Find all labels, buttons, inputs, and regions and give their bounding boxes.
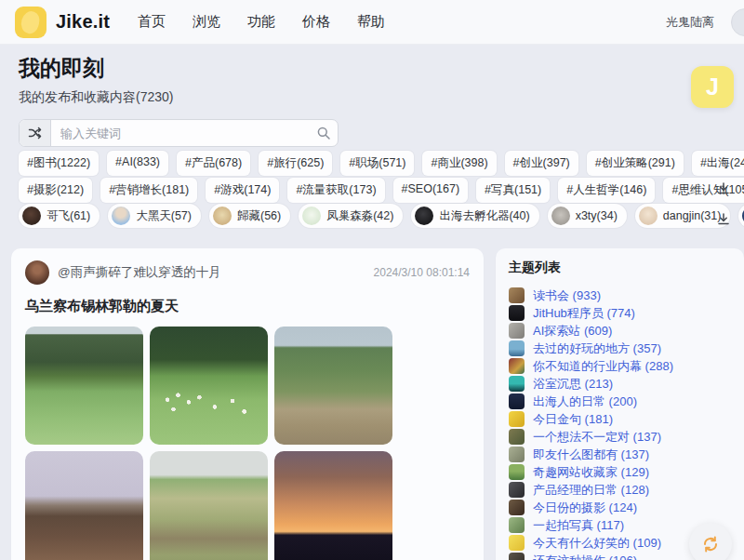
tag-chip-ai[interactable]: #AI(833) bbox=[107, 151, 168, 176]
topic-item-an-idea[interactable]: 一个想法不一定对 (137) bbox=[509, 428, 731, 446]
topic-label: 今日金句 (181) bbox=[533, 411, 613, 428]
tag-row-2: #摄影(212) #营销增长(181) #游戏(174) #流量获取(173) … bbox=[19, 178, 744, 203]
topic-avatar-icon bbox=[509, 517, 525, 533]
search-bar bbox=[19, 119, 339, 147]
post-photo-1[interactable] bbox=[25, 327, 143, 445]
page-title: 我的即刻 bbox=[19, 54, 104, 83]
post-author-avatar[interactable] bbox=[25, 260, 49, 285]
tag-chip-games[interactable]: #游戏(174) bbox=[206, 178, 279, 203]
tag-chip-business[interactable]: #商业(398) bbox=[422, 151, 496, 176]
user-chip-fengchao[interactable]: 凤巢森淼(42) bbox=[299, 204, 403, 228]
tag-chip-philosophy[interactable]: #人生哲学(146) bbox=[558, 178, 655, 203]
user-avatar-icon bbox=[213, 207, 232, 225]
topic-item-daily-quote[interactable]: 今日金句 (181) bbox=[509, 410, 731, 428]
nav-item-help[interactable]: 帮助 bbox=[353, 9, 389, 34]
user-chip-label: x3ty(34) bbox=[576, 209, 618, 222]
tag-chip-portrait[interactable]: #写真(151) bbox=[476, 178, 550, 203]
user-chip-github[interactable]: GitHub充电宝(31) bbox=[738, 204, 744, 228]
topic-item-any-pictures[interactable]: 即友什么图都有 (137) bbox=[509, 446, 731, 463]
topic-item-dushuhui[interactable]: 读书会 (933) bbox=[509, 287, 731, 304]
topic-item-overseas-daily[interactable]: 出海人的日常 (200) bbox=[509, 393, 731, 410]
topic-avatar-icon bbox=[509, 464, 525, 480]
user-chip-label: 哥飞(61) bbox=[46, 208, 90, 224]
post-timestamp: 2024/3/10 08:01:14 bbox=[374, 266, 470, 279]
topic-avatar-icon bbox=[509, 340, 525, 356]
topic-item-shower-thoughts[interactable]: 浴室沉思 (213) bbox=[509, 375, 731, 393]
download-icon bbox=[716, 212, 731, 227]
topic-avatar-icon bbox=[509, 393, 525, 409]
topic-label: 读书会 (933) bbox=[533, 287, 601, 304]
search-input[interactable] bbox=[51, 120, 310, 146]
user-chip-x3ty[interactable]: x3ty(34) bbox=[548, 204, 627, 228]
post-card: @雨声撕碎了难以穿透的十月 2024/3/10 08:01:14 乌兰察布锡林郭… bbox=[11, 248, 484, 560]
shuffle-button[interactable] bbox=[20, 120, 51, 146]
topic-item-jithub[interactable]: JitHub程序员 (774) bbox=[509, 304, 731, 322]
tag-chip-travel[interactable]: #旅行(625) bbox=[259, 151, 332, 176]
post-photo-6[interactable] bbox=[274, 451, 392, 560]
topic-label: AI探索站 (609) bbox=[533, 323, 612, 340]
topic-avatar-icon bbox=[509, 553, 525, 560]
topic-avatar-icon bbox=[509, 429, 525, 445]
user-chip-label: 出海去孵化器(40) bbox=[439, 208, 529, 224]
topic-avatar-icon bbox=[509, 287, 525, 303]
topic-item-fun-places[interactable]: 去过的好玩的地方 (357) bbox=[509, 340, 731, 357]
tag-chip-overseas[interactable]: #出海(248) bbox=[692, 151, 744, 176]
topic-label: 产品经理的日常 (128) bbox=[533, 482, 649, 499]
topic-avatar-icon bbox=[509, 482, 525, 498]
main-nav: 首页 浏览 功能 价格 帮助 bbox=[134, 9, 389, 34]
refresh-button[interactable] bbox=[689, 523, 732, 560]
user-avatar-icon bbox=[112, 207, 130, 225]
post-photo-4[interactable] bbox=[25, 451, 143, 560]
topic-list: 读书会 (933) JitHub程序员 (774) AI探索站 (609) 去过… bbox=[509, 287, 731, 560]
tag-chip-startup[interactable]: #创业(397) bbox=[505, 151, 578, 176]
topic-avatar-icon bbox=[509, 411, 525, 427]
user-chip-chuhai[interactable]: 出海去孵化器(40) bbox=[411, 204, 538, 228]
user-chip-guicang[interactable]: 歸藏(56) bbox=[209, 204, 290, 228]
app-logo-icon[interactable] bbox=[15, 7, 46, 38]
topic-avatar-icon bbox=[509, 358, 525, 374]
assistant-float-button[interactable]: J bbox=[691, 66, 734, 108]
user-avatar-icon bbox=[302, 207, 321, 225]
user-chip-gefei[interactable]: 哥飞(61) bbox=[19, 204, 100, 228]
post-author-name[interactable]: @雨声撕碎了难以穿透的十月 bbox=[58, 264, 221, 281]
user-chip-daheitian[interactable]: 大黑天(57) bbox=[108, 204, 201, 228]
tag-chip-marketing[interactable]: #营销增长(181) bbox=[100, 178, 197, 203]
tag-chip-traffic[interactable]: #流量获取(173) bbox=[287, 178, 384, 203]
topic-label: 你不知道的行业内幕 (288) bbox=[533, 358, 673, 375]
topic-label: 浴室沉思 (213) bbox=[533, 376, 613, 393]
tag-chip-seo[interactable]: #SEO(167) bbox=[393, 178, 469, 203]
search-icon[interactable] bbox=[310, 120, 338, 146]
username-label[interactable]: 光鬼陆离 bbox=[666, 14, 714, 31]
tag-chip-product[interactable]: #产品(678) bbox=[177, 151, 250, 176]
nav-item-browse[interactable]: 浏览 bbox=[189, 9, 224, 34]
user-avatar-icon bbox=[639, 207, 658, 225]
tag-chip-photography[interactable]: #摄影(212) bbox=[19, 178, 92, 203]
topic-label: 一个想法不一定对 (137) bbox=[533, 429, 661, 446]
nav-item-home[interactable]: 首页 bbox=[134, 9, 169, 34]
tag-chip-career[interactable]: #职场(571) bbox=[340, 151, 414, 176]
post-photo-2[interactable] bbox=[150, 327, 268, 445]
download-tags-button[interactable] bbox=[714, 180, 733, 198]
nav-item-pricing[interactable]: 价格 bbox=[299, 9, 334, 34]
topic-item-fun-websites[interactable]: 奇趣网站收藏家 (129) bbox=[509, 463, 731, 481]
post-title: 乌兰察布锡林郭勒的夏天 bbox=[25, 298, 470, 315]
topic-label: 奇趣网站收藏家 (129) bbox=[533, 464, 649, 481]
post-photo-5[interactable] bbox=[150, 451, 268, 560]
user-avatar[interactable] bbox=[731, 8, 744, 36]
topic-label: 出海人的日常 (200) bbox=[533, 393, 637, 410]
topic-label: 即友什么图都有 (137) bbox=[533, 447, 649, 463]
refresh-icon bbox=[699, 533, 722, 555]
topic-item-pm-daily[interactable]: 产品经理的日常 (128) bbox=[509, 481, 731, 499]
tag-chip-startup-strategy[interactable]: #创业策略(291) bbox=[587, 151, 684, 176]
nav-item-features[interactable]: 功能 bbox=[244, 9, 279, 34]
topic-avatar-icon bbox=[509, 535, 525, 551]
tag-chip-books[interactable]: #图书(1222) bbox=[19, 151, 99, 176]
tag-row-1: #图书(1222) #AI(833) #产品(678) #旅行(625) #职场… bbox=[19, 151, 744, 176]
topic-item-industry-secrets[interactable]: 你不知道的行业内幕 (288) bbox=[509, 357, 731, 375]
post-photo-grid bbox=[25, 327, 470, 560]
post-photo-3[interactable] bbox=[274, 327, 392, 445]
download-users-button[interactable] bbox=[714, 210, 733, 229]
topic-item-daily-photo[interactable]: 今日份的摄影 (124) bbox=[509, 499, 731, 516]
topic-avatar-icon bbox=[509, 305, 525, 321]
topic-item-ai-explore[interactable]: AI探索站 (609) bbox=[509, 322, 731, 340]
